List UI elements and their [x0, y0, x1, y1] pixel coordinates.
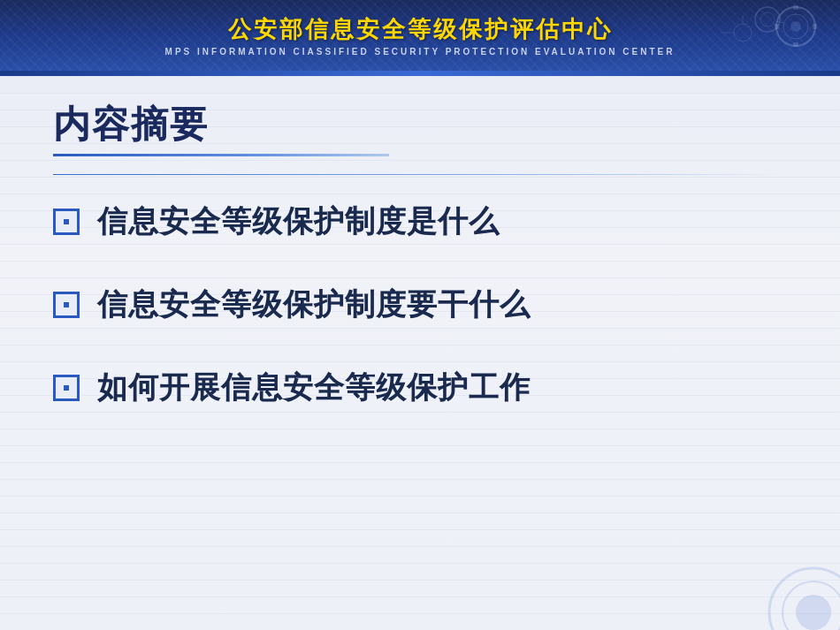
bottom-decoration: [707, 559, 840, 630]
list-item: 信息安全等级保护制度是什么: [53, 201, 787, 242]
title-underline: [53, 154, 389, 156]
main-content: 内容摘要 信息安全等级保护制度是什么 信息安全等级保护制度要干什么 如何开展信息…: [0, 76, 840, 477]
page-title: 内容摘要: [53, 102, 787, 147]
bullet-icon-3: [53, 375, 80, 401]
bullet-list: 信息安全等级保护制度是什么 信息安全等级保护制度要干什么 如何开展信息安全等级保…: [53, 201, 787, 408]
header-banner: 公安部信息安全等级保护评估中心 MPS INFORMATION CIASSIFI…: [0, 0, 840, 71]
bullet-text-1: 信息安全等级保护制度是什么: [97, 201, 500, 242]
svg-point-5: [734, 24, 752, 42]
bullet-icon-1: [53, 209, 80, 235]
svg-point-2: [790, 21, 801, 32]
svg-rect-11: [775, 24, 779, 29]
svg-rect-12: [813, 24, 817, 29]
svg-rect-10: [793, 42, 798, 47]
bullet-text-3: 如何开展信息安全等级保护工作: [97, 368, 531, 408]
bullet-text-2: 信息安全等级保护制度要干什么: [97, 285, 531, 325]
svg-point-15: [796, 595, 831, 630]
header-decoration: [672, 2, 831, 50]
section-rule: [53, 174, 787, 175]
svg-rect-9: [793, 5, 798, 10]
slide-container: 公安部信息安全等级保护评估中心 MPS INFORMATION CIASSIFI…: [0, 0, 840, 630]
header-title-cn: 公安部信息安全等级保护评估中心: [228, 14, 613, 45]
list-item: 如何开展信息安全等级保护工作: [53, 368, 787, 408]
list-item: 信息安全等级保护制度要干什么: [53, 285, 787, 325]
header-title-en: MPS INFORMATION CIASSIFIED SECURITY PROT…: [165, 47, 676, 57]
page-title-section: 内容摘要: [53, 102, 787, 156]
svg-point-4: [760, 12, 775, 27]
bullet-icon-2: [53, 292, 80, 318]
